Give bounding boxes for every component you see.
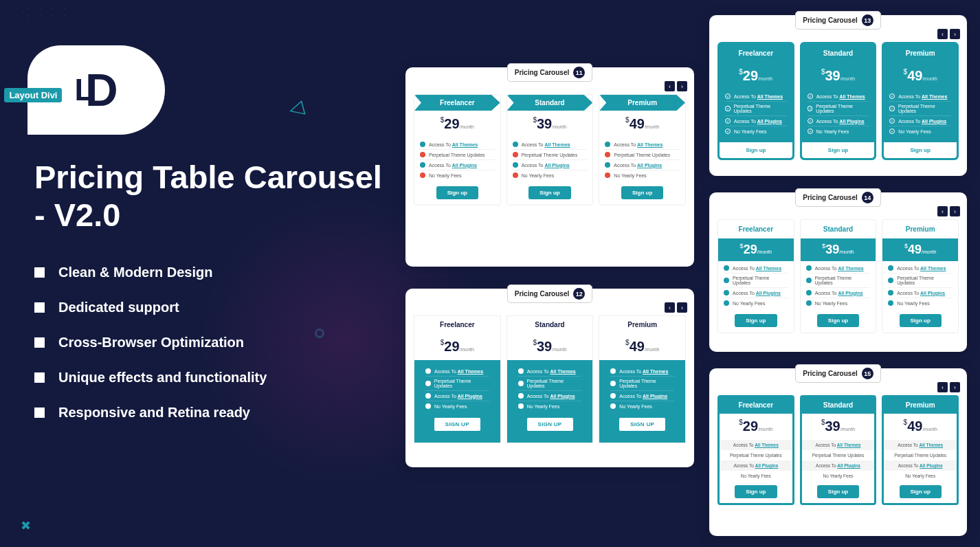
signup-button[interactable]: Sign up <box>884 142 957 158</box>
next-icon[interactable]: › <box>677 302 687 313</box>
check-icon <box>806 300 812 306</box>
check-icon <box>605 162 610 168</box>
plan-feature: Perpetual Theme Updates <box>888 273 953 287</box>
next-icon[interactable]: › <box>677 81 687 91</box>
plan-price: $39/month <box>801 238 876 261</box>
plan-name: Freelancer <box>414 316 500 333</box>
next-icon[interactable]: › <box>950 29 960 39</box>
plan-card: Premium $49/month Access To All Themes P… <box>882 219 959 333</box>
panel-title: Pricing Carousel 14 <box>795 188 880 207</box>
next-icon[interactable]: › <box>950 206 960 216</box>
check-icon <box>806 290 812 295</box>
plan-name: Standard <box>801 397 876 414</box>
signup-button[interactable]: Sign up <box>621 186 663 199</box>
feature-item: Clean & Modern Design <box>34 265 385 280</box>
plan-feature: Perpetual Theme Updates <box>513 149 588 159</box>
plan-price: $49/month <box>884 63 957 89</box>
check-icon <box>513 142 518 147</box>
signup-button[interactable]: Sign up <box>436 186 478 199</box>
panel-number: 14 <box>862 192 873 203</box>
check-icon: ✓ <box>808 118 813 124</box>
check-icon <box>610 403 616 409</box>
logo-letter-l: L <box>74 72 93 108</box>
prev-icon[interactable]: ‹ <box>937 382 948 392</box>
prev-icon[interactable]: ‹ <box>937 206 948 216</box>
signup-button[interactable]: Sign up <box>900 485 942 498</box>
carousel-nav: ‹ › <box>937 206 960 216</box>
signup-button[interactable]: Sign up <box>528 186 570 199</box>
plan-feature: ✓Access To All Themes <box>889 91 951 101</box>
plan-card: Premium $49/month Access To All Themes P… <box>882 395 959 505</box>
check-icon <box>420 162 425 168</box>
plan-feature: Perpetual Theme Updates <box>425 376 489 390</box>
main-title: Pricing Table Carousel - V2.0 <box>34 158 385 234</box>
plan-name: Premium <box>599 95 685 111</box>
check-icon <box>425 381 431 386</box>
plan-feature: Perpetual Theme Updates <box>518 376 582 390</box>
plan-feature: Perpetual Theme Updates <box>884 450 957 460</box>
plan-feature: Access To All Themes <box>806 263 871 273</box>
check-icon <box>518 368 524 374</box>
plan-feature: Access To All Themes <box>605 139 680 149</box>
plan-price: $49/month <box>884 413 957 440</box>
signup-button[interactable]: Sign up <box>735 485 777 498</box>
check-icon: ✓ <box>725 93 731 99</box>
panel-title: Pricing Carousel 13 <box>795 11 880 30</box>
plan-feature: Access To All Plugins <box>884 460 957 471</box>
check-icon: ✓ <box>889 129 895 134</box>
plan-price: $29/month <box>720 63 792 89</box>
plan-feature: Access To All Themes <box>802 440 875 450</box>
plan-price: $29/month <box>720 413 792 440</box>
pricing-carousel-11: Pricing Carousel 11 ‹ › Freelancer $29/m… <box>405 67 694 267</box>
plan-feature: Access To All Plugins <box>518 390 582 401</box>
signup-button[interactable]: SIGN UP <box>619 417 666 432</box>
panel-number: 13 <box>862 14 873 26</box>
signup-button[interactable]: Sign up <box>817 485 859 498</box>
plan-feature: No Yearly Fees <box>888 298 953 308</box>
plan-card: Freelancer $29/month Access To All Theme… <box>717 395 794 505</box>
x-icon <box>420 172 425 178</box>
logo: L D Layout Divi <box>27 45 165 135</box>
prev-icon[interactable]: ‹ <box>937 29 948 39</box>
panel-title: Pricing Carousel 12 <box>507 284 592 303</box>
signup-button[interactable]: Sign up <box>802 142 875 158</box>
plan-feature: No Yearly Fees <box>610 401 674 411</box>
plan-price: $39/month <box>802 63 875 89</box>
next-icon[interactable]: › <box>950 382 960 392</box>
signup-button[interactable]: SIGN UP <box>526 417 574 432</box>
plan-name: Freelancer <box>719 397 793 414</box>
signup-button[interactable]: Sign up <box>817 314 859 327</box>
check-icon <box>605 142 610 147</box>
plan-feature: Access To All Plugins <box>806 287 871 298</box>
plan-feature: Access To All Plugins <box>420 159 495 170</box>
plan-feature: Access To All Plugins <box>888 287 953 298</box>
plan-feature: ✓Perpetual Theme Updates <box>725 101 787 115</box>
check-icon <box>425 368 431 374</box>
feature-item: Unique effects and functionality <box>34 370 385 386</box>
plan-card: Premium $49/month ✓Access To All Themes … <box>882 42 959 160</box>
signup-button[interactable]: Sign up <box>900 314 942 327</box>
signup-button[interactable]: SIGN UP <box>434 417 481 432</box>
plan-feature: ✓No Yearly Fees <box>889 126 951 136</box>
plan-feature: Access To All Themes <box>425 366 489 376</box>
prev-icon[interactable]: ‹ <box>665 302 675 313</box>
plan-price: $49/month <box>599 111 685 137</box>
signup-button[interactable]: Sign up <box>735 314 777 327</box>
check-icon <box>724 278 729 283</box>
plan-feature: ✓Access To All Themes <box>725 91 787 101</box>
panel-number: 11 <box>573 67 585 78</box>
carousel-nav: ‹ › <box>665 81 687 91</box>
plan-feature: Perpetual Theme Updates <box>420 149 495 159</box>
plan-card: Standard $39/month Access To All Themes … <box>800 219 877 333</box>
prev-icon[interactable]: ‹ <box>665 81 675 91</box>
plan-feature: ✓No Yearly Fees <box>808 126 869 136</box>
panel-title: Pricing Carousel 11 <box>507 63 592 82</box>
plan-name: Premium <box>882 220 958 238</box>
signup-button[interactable]: Sign up <box>720 142 792 158</box>
plan-card: Freelancer $29/month ✓Access To All Them… <box>717 42 794 160</box>
check-icon <box>610 381 616 386</box>
plan-feature: Access To All Plugins <box>610 390 674 401</box>
plan-price: $39/month <box>507 111 593 137</box>
x-icon <box>420 152 425 157</box>
plan-name: Standard <box>507 316 593 333</box>
